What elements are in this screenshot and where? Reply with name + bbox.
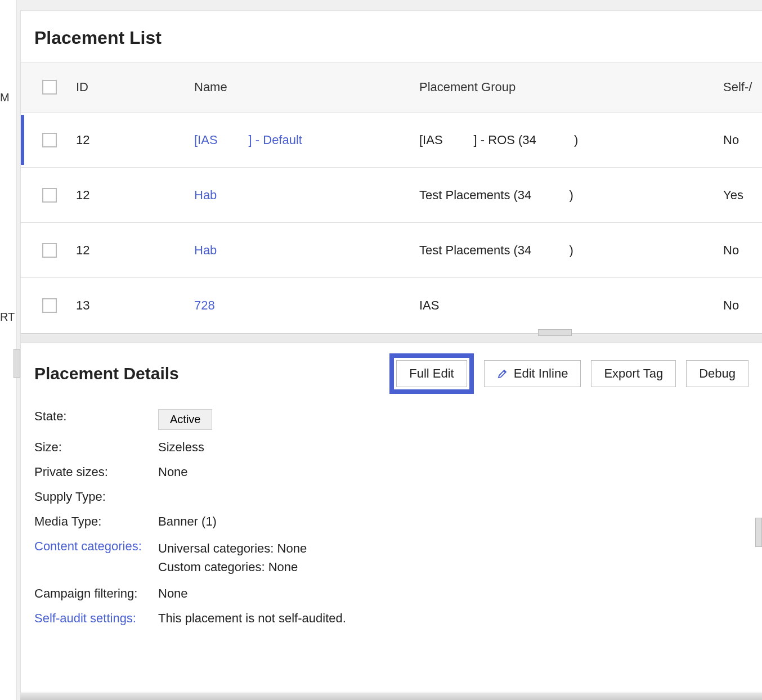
- media-type-label: Media Type:: [34, 514, 158, 529]
- size-value: Sizeless: [158, 440, 748, 455]
- panel-divider[interactable]: [21, 333, 762, 343]
- cell-placement-group: Test Placements (34 ): [419, 188, 723, 203]
- cell-id: 12: [76, 133, 194, 147]
- row-checkbox[interactable]: [42, 188, 57, 203]
- cell-name-link[interactable]: [IAS ] - Default: [194, 133, 419, 147]
- edit-inline-button[interactable]: Edit Inline: [484, 360, 581, 387]
- media-type-value: Banner (1): [158, 514, 748, 529]
- private-sizes-label: Private sizes:: [34, 465, 158, 479]
- export-tag-button[interactable]: Export Tag: [591, 360, 676, 387]
- col-header-placement-group[interactable]: Placement Group: [419, 80, 723, 95]
- panel-resize-handle-right[interactable]: [755, 518, 762, 547]
- col-header-self[interactable]: Self-/: [723, 80, 762, 95]
- state-button[interactable]: Active: [158, 409, 212, 430]
- self-audit-settings-value: This placement is not self-audited.: [158, 611, 748, 626]
- col-header-id[interactable]: ID: [76, 80, 194, 95]
- full-edit-button[interactable]: Full Edit: [396, 360, 467, 387]
- campaign-filtering-value: None: [158, 586, 748, 601]
- content-categories-label[interactable]: Content categories:: [34, 539, 158, 554]
- table-row[interactable]: 12 Hab Test Placements (34 ) No: [21, 223, 762, 278]
- table-row[interactable]: 12 [IAS ] - Default [IAS ] - ROS (34 ) N…: [21, 113, 762, 168]
- sidebar-cut-m: M: [0, 91, 10, 104]
- cell-id: 13: [76, 298, 194, 313]
- row-checkbox[interactable]: [42, 298, 57, 313]
- content-categories-value: Universal categories: None Custom catego…: [158, 539, 748, 576]
- cell-self: Yes: [723, 188, 762, 203]
- panel-divider-handle[interactable]: [538, 329, 572, 336]
- state-label: State:: [34, 409, 158, 424]
- panel-resize-handle-left[interactable]: [14, 349, 20, 378]
- table-header-row: ID Name Placement Group Self-/: [21, 62, 762, 113]
- cell-self: No: [723, 243, 762, 258]
- debug-button[interactable]: Debug: [686, 360, 748, 387]
- placement-details-panel: Placement Details Full Edit Edit Inline …: [21, 343, 762, 693]
- campaign-filtering-label: Campaign filtering:: [34, 586, 158, 601]
- table-row[interactable]: 13 728 IAS No: [21, 278, 762, 333]
- placement-details-title: Placement Details: [34, 364, 389, 383]
- table-row[interactable]: 12 Hab Test Placements (34 ) Yes: [21, 168, 762, 223]
- pencil-icon: [497, 368, 508, 379]
- cell-placement-group: Test Placements (34 ): [419, 243, 723, 258]
- sidebar-cut-rt: RT: [0, 311, 15, 324]
- cell-self: No: [723, 133, 762, 147]
- edit-inline-label: Edit Inline: [514, 366, 568, 381]
- cell-placement-group: IAS: [419, 298, 723, 313]
- private-sizes-value: None: [158, 465, 748, 479]
- cell-name-link[interactable]: 728: [194, 298, 419, 313]
- row-checkbox[interactable]: [42, 243, 57, 258]
- cell-placement-group: [IAS ] - ROS (34 ): [419, 133, 723, 147]
- page-title: Placement List: [21, 11, 762, 62]
- cell-name-link[interactable]: Hab: [194, 188, 419, 203]
- self-audit-settings-label[interactable]: Self-audit settings:: [34, 611, 158, 626]
- cell-name-link[interactable]: Hab: [194, 243, 419, 258]
- main-area: Placement List ID Name Placement Group S…: [20, 10, 762, 693]
- cell-self: No: [723, 298, 762, 313]
- col-header-name[interactable]: Name: [194, 80, 419, 95]
- cell-id: 12: [76, 243, 194, 258]
- row-checkbox[interactable]: [42, 133, 57, 147]
- supply-type-label: Supply Type:: [34, 490, 158, 504]
- full-edit-highlight: Full Edit: [389, 353, 473, 394]
- cell-id: 12: [76, 188, 194, 203]
- select-all-checkbox[interactable]: [42, 80, 57, 95]
- size-label: Size:: [34, 440, 158, 455]
